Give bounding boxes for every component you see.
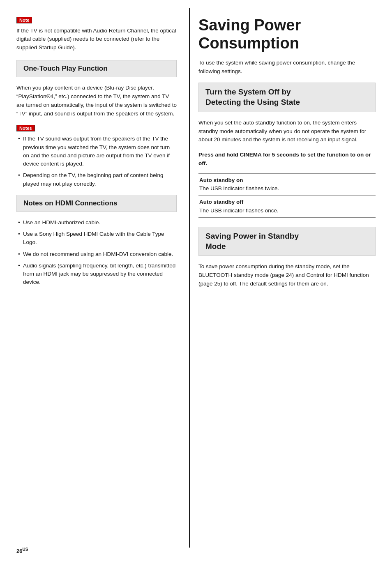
- left-column: Note If the TV is not compatible with Au…: [0, 8, 189, 548]
- page-number: 26US: [16, 547, 28, 554]
- hdmi-heading-box: Notes on HDMI Connections: [16, 195, 177, 212]
- right-column: Saving Power Consumption To use the syst…: [189, 8, 392, 548]
- standby-table: Auto standby on The USB indicator flashe…: [198, 173, 376, 218]
- one-touch-heading: One-Touch Play Function: [23, 64, 170, 73]
- list-item: Use a Sony High Speed HDMI Cable with th…: [16, 230, 177, 247]
- saving-standby-heading-box: Saving Power in Standby Mode: [198, 227, 376, 256]
- saving-standby-body: To save power consumption during the sta…: [198, 262, 376, 288]
- hdmi-bullets-list: Use an HDMI-authorized cable. Use a Sony…: [16, 219, 177, 287]
- list-item: We do not recommend using an HDMI-DVI co…: [16, 250, 177, 258]
- turn-off-heading: Turn the System Off by Detecting the Usi…: [205, 87, 369, 107]
- auto-standby-off-desc: The USB indicator flashes once.: [199, 207, 375, 215]
- note-text: If the TV is not compatible with Audio R…: [16, 27, 177, 52]
- hdmi-heading: Notes on HDMI Connections: [23, 199, 170, 207]
- turn-off-heading-box: Turn the System Off by Detecting the Usi…: [198, 83, 376, 112]
- auto-standby-off-label: Auto standby off: [199, 198, 375, 206]
- press-hold-text: Press and hold CINEMA for 5 seconds to s…: [198, 151, 376, 168]
- main-intro: To use the system while saving power con…: [198, 59, 376, 76]
- auto-standby-on-label: Auto standby on: [199, 176, 375, 184]
- turn-off-body: When you set the auto standby function t…: [198, 119, 376, 145]
- one-touch-heading-box: One-Touch Play Function: [16, 60, 177, 77]
- table-row: Auto standby on The USB indicator flashe…: [198, 173, 376, 196]
- auto-standby-on-desc: The USB indicator flashes twice.: [199, 184, 375, 193]
- one-touch-body: When you play content on a device (Blu-r…: [16, 84, 177, 118]
- note-label: Note: [16, 17, 32, 23]
- saving-standby-heading: Saving Power in Standby Mode: [205, 231, 369, 251]
- notes-bullets-list: If the TV sound was output from the spea…: [16, 135, 177, 188]
- main-title: Saving Power Consumption: [198, 16, 376, 52]
- list-item: Use an HDMI-authorized cable.: [16, 219, 177, 227]
- table-row: Auto standby off The USB indicator flash…: [198, 196, 376, 218]
- list-item: Depending on the TV, the beginning part …: [16, 171, 177, 188]
- notes-label: Notes: [16, 125, 35, 131]
- list-item: If the TV sound was output from the spea…: [16, 135, 177, 168]
- list-item: Audio signals (sampling frequency, bit l…: [16, 262, 177, 287]
